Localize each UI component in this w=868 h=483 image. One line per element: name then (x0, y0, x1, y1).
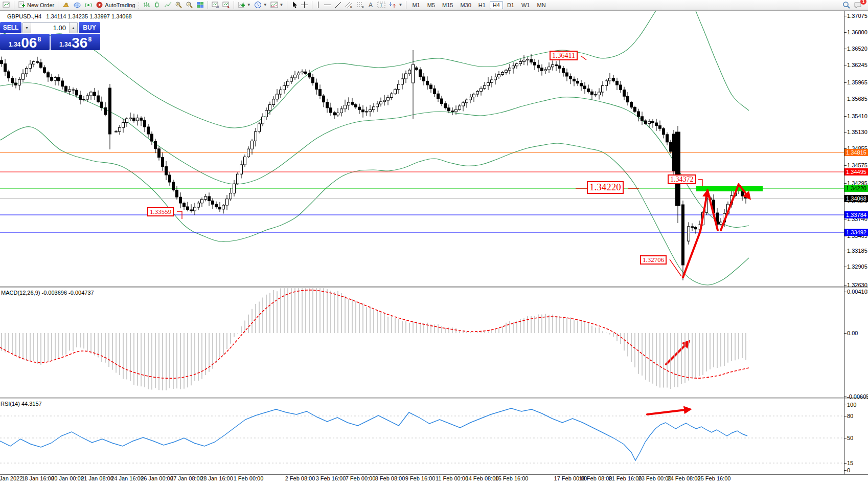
autotrading-label: AutoTrading (105, 2, 135, 8)
tile-windows-icon[interactable] (195, 1, 205, 10)
zoom-in-icon[interactable] (173, 1, 184, 10)
price-annotation[interactable]: 1.32706 (640, 255, 667, 265)
timeframe-m1[interactable]: M1 (409, 1, 423, 9)
price-level-tag: 1.34068 (844, 195, 868, 202)
separator (406, 1, 406, 9)
period-button[interactable]: ▼ (253, 1, 269, 10)
svg-text:A: A (369, 2, 373, 9)
sell-price-big: 06 (21, 36, 37, 50)
sell-price-button[interactable]: 1.34 06 8 (0, 34, 50, 50)
separator (14, 1, 14, 9)
timeframe-w1[interactable]: W1 (518, 1, 533, 9)
autotrading-button[interactable]: AutoTrading (94, 1, 137, 10)
price-annotation[interactable]: 1.34220 (587, 181, 624, 194)
separator (234, 1, 234, 9)
template-button[interactable]: ▼ (269, 1, 285, 10)
time-axis-label: 25 Feb 16:00 (693, 475, 736, 481)
vertical-line-icon[interactable] (314, 1, 322, 10)
price-level-tag: 1.34815 (844, 149, 868, 156)
price-scale-tick: 1.35410 (847, 113, 868, 120)
line-chart-icon[interactable] (163, 1, 173, 10)
text-label-icon[interactable]: T (376, 1, 387, 10)
price-scale-tick: 1.33185 (847, 248, 868, 254)
price-scale-tick: 1.32905 (847, 264, 868, 270)
price-level-tag: 1.33492 (844, 229, 868, 236)
svg-text:T: T (380, 3, 383, 8)
chart-area[interactable]: GBPUSD-,H4 1.34114 1.34235 1.33997 1.340… (0, 0, 868, 483)
price-scale-tick: 1.35685 (847, 96, 868, 102)
buy-price-big: 36 (72, 36, 87, 50)
volume-stepper: ▼ 1.00 ▲ (22, 22, 78, 33)
price-level-tag: 1.34495 (844, 168, 868, 175)
chart-new-icon[interactable] (1, 1, 12, 10)
macd-scale-tick: 0.00 (847, 330, 868, 337)
timeframe-mn[interactable]: MN (534, 1, 549, 9)
svg-text:F: F (362, 6, 364, 9)
symbol-period-label: GBPUSD-,H4 (7, 13, 41, 19)
candle-chart-icon[interactable] (152, 1, 163, 10)
signal-icon[interactable] (83, 1, 94, 10)
timeframe-m5[interactable]: M5 (424, 1, 438, 9)
sell-button[interactable]: SELL (0, 22, 21, 33)
price-annotation[interactable]: 1.34372 (668, 174, 696, 184)
terminal-icon[interactable] (72, 1, 83, 10)
buy-button[interactable]: BUY (79, 22, 100, 33)
price-annotation[interactable]: 1.36411 (550, 51, 578, 60)
horizontal-line-icon[interactable] (322, 1, 333, 10)
drag-handle[interactable] (138, 2, 140, 9)
timeframe-m30[interactable]: M30 (457, 1, 474, 9)
volume-decrease-button[interactable]: ▼ (23, 23, 31, 33)
separator (287, 1, 287, 9)
trendline-icon[interactable] (333, 1, 344, 10)
price-annotation[interactable]: 1.33559 (147, 207, 174, 216)
new-order-button[interactable]: New Order (16, 1, 56, 10)
timeframe-h1[interactable]: H1 (475, 1, 489, 9)
gold-icon[interactable] (60, 1, 72, 10)
buy-price-prefix: 1.34 (59, 41, 71, 48)
macd-indicator-label: MACD(12,26,9) -0.003696 -0.004737 (1, 290, 94, 296)
chart-header: GBPUSD-,H4 1.34114 1.34235 1.33997 1.340… (7, 13, 132, 19)
chat-icon[interactable]: 1 (852, 1, 864, 10)
fibonacci-icon[interactable]: F (355, 1, 366, 10)
timeframe-h4[interactable]: H4 (490, 1, 503, 9)
crosshair-icon[interactable] (299, 1, 310, 10)
timeframe-m15[interactable]: M15 (439, 1, 456, 9)
macd-scale-tick: -0.006056 (847, 393, 868, 400)
buy-price-button[interactable]: 1.34 36 8 (51, 34, 100, 50)
mt4-window: New Order AutoTrading (0, 0, 868, 483)
price-level-tag: 1.34220 (844, 185, 868, 192)
toolbar: New Order AutoTrading (0, 0, 868, 10)
timeframe-d1[interactable]: D1 (504, 1, 517, 9)
arrange-charts-icon[interactable] (210, 1, 221, 10)
price-scale-tick: 1.36245 (847, 62, 868, 69)
sell-price-pip: 8 (37, 36, 41, 43)
chevron-down-icon: ▼ (263, 3, 267, 7)
chevron-down-icon: ▼ (280, 3, 284, 7)
equidistant-channel-icon[interactable]: E (344, 1, 355, 10)
arrow-shapes-button[interactable]: ▼ (387, 1, 404, 10)
notification-badge: 1 (860, 0, 866, 5)
ohlc-values: 1.34114 1.34235 1.33997 1.34068 (46, 13, 131, 19)
separator (312, 1, 312, 9)
price-level-tag: 1.33784 (844, 211, 868, 218)
price-scale-tick: 1.35130 (847, 129, 868, 136)
add-indicator-button[interactable]: ▼ (236, 1, 253, 10)
volume-value[interactable]: 1.00 (31, 23, 69, 33)
volume-increase-button[interactable]: ▲ (69, 23, 77, 33)
search-icon[interactable] (841, 1, 852, 10)
macd-scale-tick: 0.004103 (847, 289, 868, 295)
price-scale-tick: 1.36520 (847, 46, 868, 52)
price-scale-tick: 1.37075 (847, 13, 868, 19)
svg-text:E: E (350, 6, 352, 9)
price-scale-tick: 1.35965 (847, 79, 868, 86)
zoom-out-icon[interactable] (184, 1, 195, 10)
chevron-down-icon: ▼ (247, 3, 251, 7)
text-icon[interactable]: A (366, 1, 376, 10)
chevron-down-icon: ▼ (398, 3, 402, 7)
cursor-icon[interactable] (289, 1, 299, 10)
rsi-scale-tick: 80 (847, 413, 868, 420)
rsi-scale-tick: 15 (847, 460, 868, 467)
arrange-cascade-icon[interactable] (221, 1, 232, 10)
bar-chart-icon[interactable] (141, 1, 152, 10)
rsi-scale-tick: 0 (847, 467, 868, 474)
